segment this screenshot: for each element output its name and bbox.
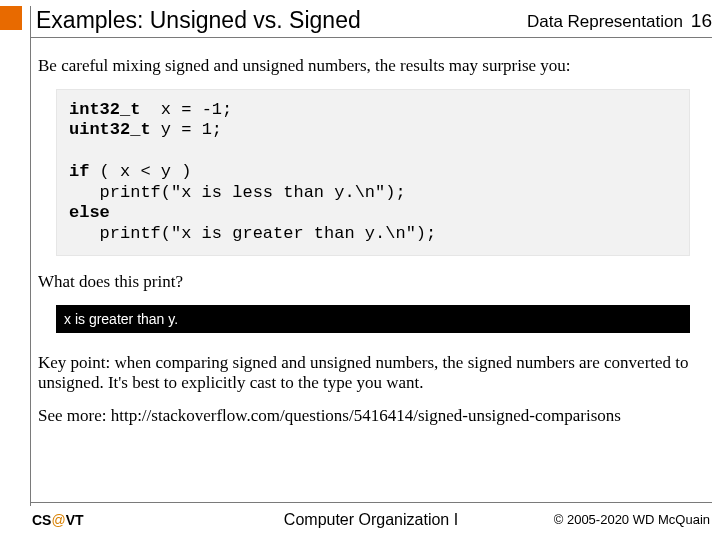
question-text: What does this print? xyxy=(38,272,708,293)
keypoint-text: Key point: when comparing signed and uns… xyxy=(38,353,708,394)
seemore-text: See more: http://stackoverflow.com/quest… xyxy=(38,406,708,427)
code-kw: uint32_t xyxy=(69,120,151,139)
output-block: x is greater than y. xyxy=(56,305,690,333)
vertical-rule xyxy=(30,6,31,506)
code-text: printf("x is less than y.\n"); xyxy=(69,183,406,202)
accent-bar xyxy=(0,6,22,30)
topic-label: Data Representation xyxy=(527,12,683,32)
page-number: 16 xyxy=(691,10,712,32)
code-block: int32_t x = -1; uint32_t y = 1; if ( x <… xyxy=(56,89,690,256)
slide-title: Examples: Unsigned vs. Signed xyxy=(36,7,361,34)
output-text: x is greater than y. xyxy=(64,311,178,327)
code-text: ( x < y ) xyxy=(89,162,191,181)
slide-footer: CS@VT Computer Organization I © 2005-202… xyxy=(30,502,712,532)
footer-left: CS@VT xyxy=(30,512,84,528)
slide: Examples: Unsigned vs. Signed Data Repre… xyxy=(0,0,720,540)
code-kw: int32_t xyxy=(69,100,140,119)
code-kw: else xyxy=(69,203,110,222)
slide-header: Examples: Unsigned vs. Signed Data Repre… xyxy=(30,4,712,38)
footer-at: @ xyxy=(51,512,65,528)
footer-right: © 2005-2020 WD McQuain xyxy=(554,512,712,527)
code-text: x = -1; xyxy=(140,100,232,119)
footer-org-post: VT xyxy=(66,512,84,528)
intro-text: Be careful mixing signed and unsigned nu… xyxy=(38,56,708,77)
slide-body: Be careful mixing signed and unsigned nu… xyxy=(38,52,708,490)
code-kw: if xyxy=(69,162,89,181)
code-text: printf("x is greater than y.\n"); xyxy=(69,224,436,243)
code-text: y = 1; xyxy=(151,120,222,139)
footer-org-pre: CS xyxy=(32,512,51,528)
slide-topic: Data Representation 16 xyxy=(527,10,712,32)
